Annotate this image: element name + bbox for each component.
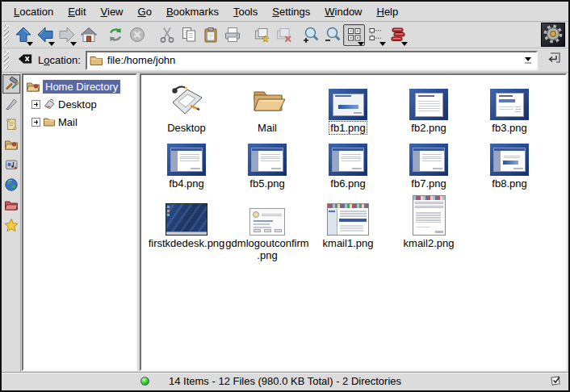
konqueror-window: LocationEditViewGoBookmarksToolsSettings… <box>0 0 570 392</box>
menu-help[interactable]: Help <box>370 3 406 20</box>
menu-tools[interactable]: Tools <box>226 3 265 20</box>
chevron-down-icon <box>379 42 386 46</box>
file-item[interactable]: kmail1.png <box>308 194 388 261</box>
menu-settings[interactable]: Settings <box>265 3 317 20</box>
sidebar-tab-pen[interactable] <box>2 94 20 114</box>
tree-item-label: Home Directory <box>43 80 120 94</box>
file-icon-shot-wizard-logo <box>490 134 529 176</box>
sidebar-tab-red-folder[interactable] <box>2 195 20 215</box>
status-led-icon <box>140 377 149 386</box>
paste-button[interactable] <box>199 24 221 46</box>
home-button[interactable] <box>78 24 99 46</box>
file-label: fb1.png <box>329 122 366 134</box>
file-item[interactable]: fb6.png <box>308 134 388 190</box>
file-item[interactable]: Mail <box>227 78 308 134</box>
stop-button[interactable] <box>126 24 148 46</box>
menu-edit[interactable]: Edit <box>61 3 93 20</box>
menu-go[interactable]: Go <box>131 3 159 20</box>
sidebar-tab-globe[interactable] <box>2 175 20 194</box>
tools-icon <box>4 77 19 91</box>
stop-icon <box>128 26 146 44</box>
main-toolbar: ★ <box>2 22 568 48</box>
file-grid-row: firstkdedesk.pnggdmlogoutconfirm.pngkmai… <box>141 194 565 261</box>
file-item[interactable]: fb7.png <box>388 134 469 190</box>
status-text: 14 Items - 12 Files (980.0 KB Total) - 2… <box>169 375 549 387</box>
tree-expander[interactable] <box>31 100 40 109</box>
chevron-down-icon <box>27 42 33 46</box>
file-grid-row: fb4.pngfb5.pngfb6.pngfb7.pngfb8.png <box>141 134 565 190</box>
file-label: Mail <box>258 122 277 134</box>
new-window-button[interactable]: ★ <box>251 24 273 46</box>
file-icon-shot-wizard <box>248 134 287 176</box>
file-item[interactable]: fb5.png <box>227 134 308 190</box>
tree-view-button[interactable] <box>365 24 387 46</box>
services-icon <box>4 157 19 172</box>
back-button[interactable] <box>34 24 56 46</box>
file-icon-shot-desktop <box>166 194 207 236</box>
file-item[interactable]: kmail2.png <box>388 194 469 261</box>
zoom-out-icon <box>324 26 342 44</box>
location-toolbar-grip[interactable] <box>4 51 9 70</box>
icon-view-button[interactable] <box>343 24 365 46</box>
file-item[interactable]: fb1.png <box>308 78 388 134</box>
statusbar-toggle-button[interactable] <box>549 375 562 388</box>
menu-bookmarks[interactable]: Bookmarks <box>159 3 226 20</box>
file-item[interactable]: Desktop <box>146 78 227 134</box>
menu-window[interactable]: Window <box>317 3 369 20</box>
konqueror-app-button[interactable] <box>541 23 565 47</box>
cut-button[interactable] <box>156 24 178 46</box>
file-item[interactable]: fb8.png <box>469 134 550 190</box>
file-label: fb8.png <box>492 177 526 190</box>
tree-item[interactable]: Home Directory <box>23 77 136 95</box>
tree-expander[interactable] <box>31 118 40 127</box>
file-item[interactable]: fb2.png <box>388 78 469 134</box>
new-window-icon: ★ <box>254 26 271 44</box>
print-button[interactable] <box>221 24 243 46</box>
menubar: LocationEditViewGoBookmarksToolsSettings… <box>2 2 568 22</box>
sidebar-tab-home-folder[interactable] <box>2 135 20 154</box>
home-folder-icon <box>26 79 40 94</box>
copy-icon <box>180 26 198 44</box>
menu-view[interactable]: View <box>94 3 131 20</box>
file-item[interactable]: gdmlogoutconfirm.png <box>227 194 308 261</box>
detail-view-button[interactable] <box>387 24 409 46</box>
file-label: gdmlogoutconfirm.png <box>225 237 308 261</box>
close-window-icon <box>275 26 293 44</box>
toolbar-grip[interactable] <box>4 25 9 44</box>
desktop-small-icon <box>43 98 56 111</box>
sidebar-tree-panel: Home DirectoryDesktopMail <box>22 73 137 371</box>
location-dropdown-button[interactable] <box>522 57 534 64</box>
clear-location-icon <box>17 52 33 69</box>
folder-small-icon <box>43 115 56 128</box>
menu-location[interactable]: Location <box>6 3 61 20</box>
close-window-button[interactable] <box>273 24 295 46</box>
zoom-in-button[interactable] <box>300 24 321 46</box>
file-item[interactable]: fb3.png <box>469 78 550 134</box>
sidebar-tab-star[interactable] <box>2 215 20 235</box>
file-item[interactable]: firstkdedesk.png <box>146 194 227 261</box>
tree-item[interactable]: Mail <box>23 113 136 131</box>
statusbar: 14 Items - 12 Files (980.0 KB Total) - 2… <box>2 372 568 390</box>
go-button[interactable] <box>544 51 564 70</box>
chevron-down-icon <box>525 57 531 61</box>
file-icon-shot-page2 <box>490 78 529 120</box>
up-arrow-button[interactable] <box>12 24 34 46</box>
zoom-out-button[interactable] <box>321 24 343 46</box>
sidebar-tab-services[interactable] <box>2 155 20 174</box>
print-icon <box>224 26 241 44</box>
red-folder-icon <box>4 198 19 212</box>
file-item[interactable]: fb4.png <box>146 134 227 190</box>
file-icon-shot-wizard <box>409 134 448 176</box>
file-icon-shot-intro <box>329 78 367 120</box>
gear-icon <box>543 23 564 47</box>
location-input[interactable] <box>105 54 522 66</box>
clear-location-button[interactable] <box>15 52 35 69</box>
tree-item[interactable]: Desktop <box>23 95 136 113</box>
file-label: kmail1.png <box>323 237 374 249</box>
tree-item-label: Desktop <box>58 98 97 111</box>
reload-button[interactable] <box>104 24 126 46</box>
copy-button[interactable] <box>178 24 199 46</box>
sidebar-tab-history-scroll[interactable] <box>2 115 20 134</box>
forward-button[interactable] <box>56 24 78 46</box>
sidebar-tab-tools[interactable] <box>2 74 20 94</box>
